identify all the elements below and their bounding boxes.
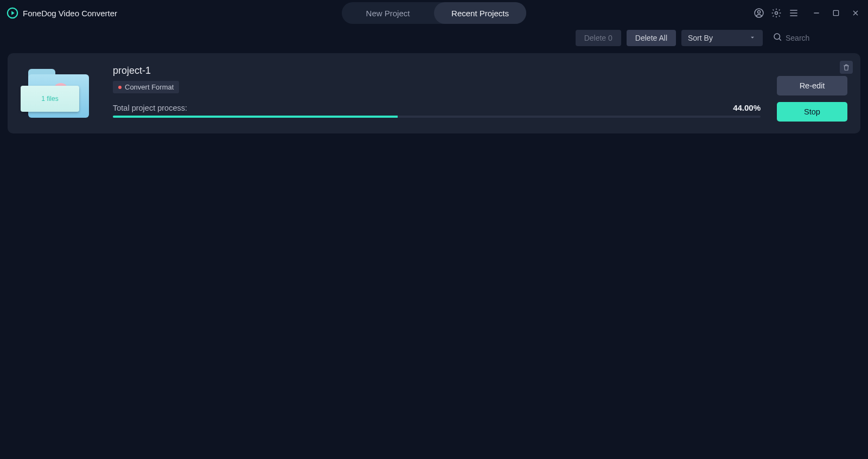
svg-point-3 [775, 12, 778, 15]
progress-row: Total project process: 44.00% [113, 103, 761, 112]
progress-fill [113, 116, 398, 118]
svg-rect-4 [833, 10, 838, 15]
svg-point-5 [774, 34, 780, 40]
settings-icon[interactable] [770, 7, 782, 19]
project-card: 1 files project-1 Convert Format Total p… [8, 53, 860, 133]
toolbar: Delete 0 Delete All Sort By [0, 27, 868, 49]
project-actions: Re-edit Stop [777, 76, 847, 122]
project-main: project-1 Convert Format Total project p… [113, 65, 761, 122]
search-box [768, 30, 860, 46]
project-list: 1 files project-1 Convert Format Total p… [0, 49, 868, 138]
progress-label: Total project process: [113, 104, 187, 112]
svg-point-2 [758, 10, 761, 13]
app-title: FoneDog Video Converter [23, 9, 117, 18]
project-thumbnail: 1 files [21, 65, 97, 122]
tab-new-project[interactable]: New Project [342, 2, 434, 24]
close-icon[interactable] [850, 7, 861, 19]
tab-recent-projects[interactable]: Recent Projects [434, 2, 526, 24]
window-controls [810, 7, 861, 19]
chevron-down-icon [749, 34, 756, 43]
files-count-badge: 1 files [21, 86, 79, 112]
maximize-icon[interactable] [830, 7, 842, 19]
delete-selected-button[interactable]: Delete 0 [576, 30, 621, 46]
search-icon [773, 32, 782, 44]
project-type-label: Convert Format [125, 83, 174, 91]
sort-by-dropdown[interactable]: Sort By [681, 30, 763, 46]
progress-percent: 44.00% [733, 103, 761, 112]
project-type-chip: Convert Format [113, 81, 179, 93]
sort-by-label: Sort By [688, 34, 713, 42]
project-name: project-1 [113, 65, 761, 76]
account-icon[interactable] [753, 7, 765, 19]
search-input[interactable] [786, 34, 851, 42]
reedit-button[interactable]: Re-edit [777, 76, 847, 95]
title-right [753, 7, 861, 19]
title-left: FoneDog Video Converter [7, 7, 117, 19]
stop-button[interactable]: Stop [777, 102, 847, 122]
title-bar: FoneDog Video Converter New Project Rece… [0, 0, 868, 26]
status-dot-icon [118, 86, 122, 89]
delete-project-button[interactable] [840, 61, 853, 74]
tab-switcher: New Project Recent Projects [342, 2, 526, 24]
app-logo-icon [7, 7, 18, 19]
menu-icon[interactable] [788, 7, 800, 19]
minimize-icon[interactable] [810, 7, 822, 19]
progress-bar [113, 116, 761, 118]
delete-all-button[interactable]: Delete All [627, 30, 676, 46]
